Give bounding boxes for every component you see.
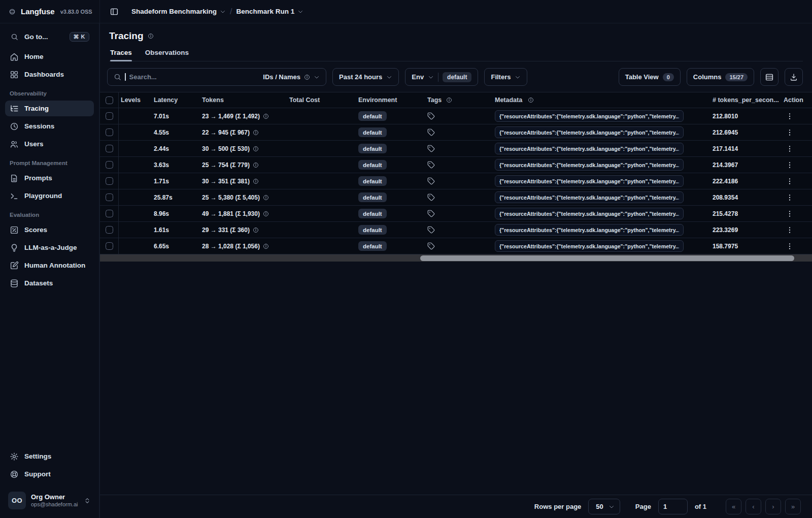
export-download-button[interactable] [785, 68, 803, 86]
info-icon[interactable] [263, 113, 269, 119]
sidebar-item-llm-as-a-judge[interactable]: LLM-as-a-Judge [5, 240, 94, 255]
first-page-button[interactable]: « [726, 499, 741, 514]
page-number-input[interactable]: 1 [658, 499, 688, 514]
row-height-button[interactable] [760, 68, 779, 86]
row-checkbox[interactable] [106, 242, 113, 250]
row-checkbox[interactable] [106, 128, 113, 136]
sidebar-item-prompts[interactable]: Prompts [5, 170, 94, 186]
info-icon[interactable] [263, 243, 269, 249]
metadata-preview[interactable]: {"resourceAttributes":{"telemetry.sdk.la… [495, 175, 684, 187]
column-header-levels[interactable]: Levels [119, 96, 151, 104]
row-checkbox[interactable] [106, 193, 113, 201]
info-icon[interactable] [263, 211, 269, 217]
tag-icon[interactable] [427, 145, 435, 152]
scrollbar-thumb[interactable] [420, 255, 794, 261]
column-header-tags[interactable]: Tags [409, 96, 478, 104]
tab-observations[interactable]: Observations [145, 49, 189, 61]
metadata-preview[interactable]: {"resourceAttributes":{"telemetry.sdk.la… [495, 126, 684, 138]
metadata-preview[interactable]: {"resourceAttributes":{"telemetry.sdk.la… [495, 240, 684, 252]
column-header-env[interactable]: Environment [352, 96, 409, 104]
info-icon[interactable] [253, 146, 259, 152]
info-icon[interactable] [253, 130, 259, 136]
sidebar-item-sessions[interactable]: Sessions [5, 118, 94, 134]
row-actions-menu-icon[interactable] [784, 191, 796, 204]
info-icon[interactable] [148, 33, 154, 39]
time-range-filter[interactable]: Past 24 hours [332, 68, 399, 86]
metadata-preview[interactable]: {"resourceAttributes":{"telemetry.sdk.la… [495, 110, 684, 122]
last-page-button[interactable]: » [785, 499, 801, 514]
search-input[interactable]: Search... IDs / Names [107, 68, 326, 86]
info-icon[interactable] [253, 162, 259, 168]
row-checkbox[interactable] [106, 112, 113, 120]
row-actions-menu-icon[interactable] [784, 208, 796, 220]
tag-icon[interactable] [427, 112, 435, 120]
sidebar-item-human-annotation[interactable]: Human Annotation [5, 257, 94, 273]
info-icon[interactable] [263, 195, 269, 201]
chevron-down-icon[interactable] [297, 9, 303, 15]
filters-dropdown[interactable]: Filters [484, 68, 527, 86]
column-header-tps[interactable]: # tokens_per_secon... [712, 96, 781, 104]
column-header-meta[interactable]: Metadata [478, 96, 712, 104]
latency-value: 1.61s [154, 226, 169, 234]
row-actions-menu-icon[interactable] [784, 126, 796, 139]
page-title: Tracing [109, 30, 144, 42]
rows-per-page-select[interactable]: 50 [588, 499, 620, 514]
latency-cell: 6.65s [151, 243, 200, 250]
tag-icon[interactable] [427, 210, 435, 217]
sidebar-item-home[interactable]: Home [5, 49, 94, 64]
sidebar-item-playground[interactable]: Playground [5, 188, 94, 204]
row-actions-menu-icon[interactable] [784, 110, 796, 122]
user-account-menu[interactable]: OO Org Owner ops@shadeform.ai [5, 489, 94, 512]
previous-page-button[interactable]: ‹ [746, 499, 761, 514]
sidebar-item-settings[interactable]: Settings [5, 448, 94, 464]
row-checkbox[interactable] [106, 226, 113, 234]
column-header-action[interactable]: Action [781, 96, 812, 104]
next-page-button[interactable]: › [765, 499, 781, 514]
row-checkbox[interactable] [106, 210, 113, 217]
metadata-preview[interactable]: {"resourceAttributes":{"telemetry.sdk.la… [495, 159, 684, 171]
metadata-preview[interactable]: {"resourceAttributes":{"telemetry.sdk.la… [495, 191, 684, 203]
sidebar-item-datasets[interactable]: Datasets [5, 275, 94, 291]
column-header-tokens[interactable]: Tokens [200, 96, 287, 104]
row-actions-menu-icon[interactable] [784, 143, 796, 155]
org-switcher[interactable]: Shadeform Benchmarking [131, 8, 217, 15]
project-switcher[interactable]: Benchmark Run 1 [236, 8, 295, 15]
sidebar-item-dashboards[interactable]: Dashboards [5, 67, 94, 82]
sidebar-item-scores[interactable]: Scores [5, 222, 94, 238]
tag-icon[interactable] [427, 242, 435, 250]
metadata-preview[interactable]: {"resourceAttributes":{"telemetry.sdk.la… [495, 208, 684, 219]
tag-icon[interactable] [427, 177, 435, 185]
metadata-preview[interactable]: {"resourceAttributes":{"telemetry.sdk.la… [495, 143, 684, 154]
row-actions-menu-icon[interactable] [784, 224, 796, 236]
tag-icon[interactable] [427, 161, 435, 169]
row-actions-menu-icon[interactable] [784, 159, 796, 171]
chevron-down-icon[interactable] [220, 9, 226, 15]
info-icon[interactable] [253, 178, 259, 184]
goto-search-button[interactable]: Go to... ⌘ K [5, 28, 94, 45]
column-header-cost[interactable]: Total Cost [287, 96, 352, 104]
toolbar-right: Table View 0 Columns 15/27 [619, 68, 803, 86]
row-checkbox[interactable] [106, 145, 113, 152]
metadata-preview[interactable]: {"resourceAttributes":{"telemetry.sdk.la… [495, 224, 684, 236]
row-actions-menu-icon[interactable] [784, 175, 796, 187]
row-actions-menu-icon[interactable] [784, 240, 796, 252]
tag-icon[interactable] [427, 226, 435, 234]
row-checkbox[interactable] [106, 161, 113, 169]
row-checkbox[interactable] [106, 177, 113, 185]
tag-icon[interactable] [427, 193, 435, 201]
column-header-latency[interactable]: Latency [151, 96, 200, 104]
columns-button[interactable]: Columns 15/27 [687, 68, 754, 86]
environment-filter[interactable]: Env default [405, 68, 478, 86]
search-mode-selector[interactable]: IDs / Names [263, 73, 320, 81]
tag-icon[interactable] [427, 128, 435, 136]
sidebar-item-users[interactable]: Users [5, 136, 94, 152]
tab-traces[interactable]: Traces [110, 49, 132, 61]
table-view-button[interactable]: Table View 0 [619, 68, 681, 86]
horizontal-scrollbar[interactable] [100, 254, 812, 262]
latency-value: 1.71s [154, 178, 169, 185]
sidebar-item-support[interactable]: Support [5, 466, 94, 482]
sidebar-item-tracing[interactable]: Tracing [5, 101, 94, 116]
sidebar-toggle-button[interactable] [107, 5, 121, 19]
select-all-checkbox[interactable] [106, 96, 113, 104]
info-icon[interactable] [253, 227, 259, 233]
